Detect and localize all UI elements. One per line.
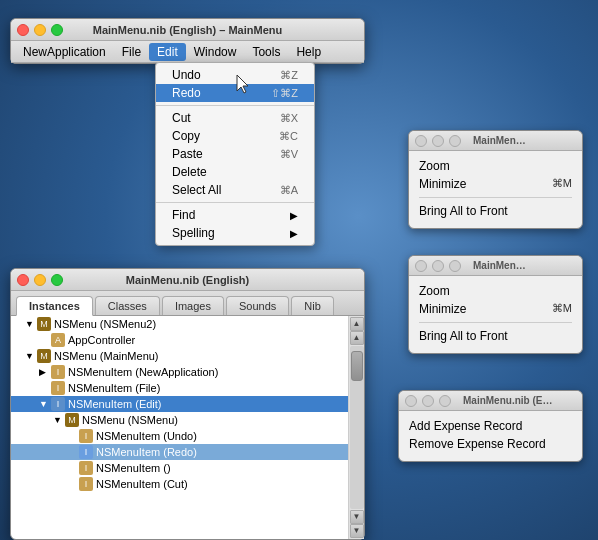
float-title-1: MainMen… (473, 135, 526, 146)
float-sep-2 (419, 322, 572, 323)
panel-content: ▼ M NSMenu (NSMenu2) A AppController ▼ M… (11, 316, 364, 539)
separator-2 (156, 202, 314, 203)
main-window: MainMenu.nib (English) – MainMenu NewApp… (10, 18, 365, 64)
traffic-lights (17, 24, 63, 36)
tree-item-newapplication[interactable]: ▶ I NSMenuItem (NewApplication) (11, 364, 348, 380)
float-max-expense[interactable] (439, 395, 451, 407)
menu-edit[interactable]: Edit (149, 43, 186, 61)
float-menu-add-expense[interactable]: Add Expense Record (409, 417, 572, 435)
tree-item-empty[interactable]: I NSMenuItem () (11, 460, 348, 476)
float-traffic-1 (415, 135, 461, 147)
float-window-menu-1: MainMen… Zoom Minimize ⌘M Bring All to F… (408, 130, 583, 229)
float-title-expense: MainMenu.nib (E… (463, 395, 552, 406)
tree-item-appcontroller[interactable]: A AppController (11, 332, 348, 348)
main-window-title: MainMenu.nib (English) – MainMenu (93, 24, 282, 36)
tab-instances[interactable]: Instances (16, 296, 93, 316)
float-content-1: Zoom Minimize ⌘M Bring All to Front (409, 151, 582, 228)
close-button[interactable] (17, 24, 29, 36)
float-window-menu-2: MainMen… Zoom Minimize ⌘M Bring All to F… (408, 255, 583, 354)
menu-select-all[interactable]: Select All ⌘A (156, 181, 314, 199)
float-traffic-expense (405, 395, 451, 407)
float-title-bar-expense: MainMenu.nib (E… (399, 391, 582, 411)
float-menu-minimize-2[interactable]: Minimize ⌘M (419, 300, 572, 318)
scroll-down-btn-1[interactable]: ▼ (350, 510, 364, 524)
float-min-2[interactable] (432, 260, 444, 272)
float-menu-bring-front-2[interactable]: Bring All to Front (419, 327, 572, 345)
float-window-expense: MainMenu.nib (E… Add Expense Record Remo… (398, 390, 583, 462)
menu-delete[interactable]: Delete (156, 163, 314, 181)
menu-bar: NewApplication File Edit Window Tools He… (11, 41, 364, 63)
float-close-1[interactable] (415, 135, 427, 147)
menu-cut[interactable]: Cut ⌘X (156, 109, 314, 127)
tab-sounds[interactable]: Sounds (226, 296, 289, 315)
tree-item-mainmenu[interactable]: ▼ M NSMenu (MainMenu) (11, 348, 348, 364)
instances-panel: MainMenu.nib (English) Instances Classes… (10, 268, 365, 540)
float-close-expense[interactable] (405, 395, 417, 407)
scroll-down-btn-2[interactable]: ▼ (350, 524, 364, 538)
tree-item-cut[interactable]: I NSMenuItem (Cut) (11, 476, 348, 492)
maximize-button[interactable] (51, 24, 63, 36)
instances-close-btn[interactable] (17, 274, 29, 286)
float-close-2[interactable] (415, 260, 427, 272)
float-menu-bring-front-1[interactable]: Bring All to Front (419, 202, 572, 220)
tree-view: ▼ M NSMenu (NSMenu2) A AppController ▼ M… (11, 316, 348, 539)
menu-help[interactable]: Help (288, 43, 329, 61)
minimize-button[interactable] (34, 24, 46, 36)
float-menu-zoom-1[interactable]: Zoom (419, 157, 572, 175)
tree-item-file[interactable]: I NSMenuItem (File) (11, 380, 348, 396)
float-sep-1 (419, 197, 572, 198)
tree-item-redo[interactable]: I NSMenuItem (Redo) (11, 444, 348, 460)
menu-new-application[interactable]: NewApplication (15, 43, 114, 61)
tree-item-nsmenu2[interactable]: ▼ M NSMenu (NSMenu2) (11, 316, 348, 332)
instances-min-btn[interactable] (34, 274, 46, 286)
menu-window[interactable]: Window (186, 43, 245, 61)
separator-1 (156, 105, 314, 106)
scroll-thumb[interactable] (351, 351, 363, 381)
tree-item-nsmenu-sub[interactable]: ▼ M NSMenu (NSMenu) (11, 412, 348, 428)
float-min-1[interactable] (432, 135, 444, 147)
scroll-up-btn-1[interactable]: ▲ (350, 317, 364, 331)
menu-spelling[interactable]: Spelling ▶ (156, 224, 314, 242)
tree-item-undo[interactable]: I NSMenuItem (Undo) (11, 428, 348, 444)
tab-nib[interactable]: Nib (291, 296, 334, 315)
float-max-2[interactable] (449, 260, 461, 272)
scroll-track[interactable] (350, 346, 364, 509)
instances-max-btn[interactable] (51, 274, 63, 286)
float-menu-remove-expense[interactable]: Remove Expense Record (409, 435, 572, 453)
menu-paste[interactable]: Paste ⌘V (156, 145, 314, 163)
tree-item-edit[interactable]: ▼ I NSMenuItem (Edit) (11, 396, 348, 412)
float-title-bar-1: MainMen… (409, 131, 582, 151)
main-title-bar: MainMenu.nib (English) – MainMenu (11, 19, 364, 41)
float-content-2: Zoom Minimize ⌘M Bring All to Front (409, 276, 582, 353)
menu-file[interactable]: File (114, 43, 149, 61)
float-content-expense: Add Expense Record Remove Expense Record (399, 411, 582, 461)
scroll-up-btn-2[interactable]: ▲ (350, 331, 364, 345)
menu-copy[interactable]: Copy ⌘C (156, 127, 314, 145)
float-max-1[interactable] (449, 135, 461, 147)
tab-bar: Instances Classes Images Sounds Nib (11, 291, 364, 316)
instances-title-bar: MainMenu.nib (English) (11, 269, 364, 291)
scroll-up-buttons[interactable]: ▲ ▲ (350, 317, 364, 345)
tab-classes[interactable]: Classes (95, 296, 160, 315)
float-title-2: MainMen… (473, 260, 526, 271)
float-traffic-2 (415, 260, 461, 272)
float-title-bar-2: MainMen… (409, 256, 582, 276)
side-scrollbar[interactable]: ▲ ▲ ▼ ▼ (348, 316, 364, 539)
tab-images[interactable]: Images (162, 296, 224, 315)
menu-find[interactable]: Find ▶ (156, 206, 314, 224)
float-menu-minimize-1[interactable]: Minimize ⌘M (419, 175, 572, 193)
scroll-down-buttons[interactable]: ▼ ▼ (350, 510, 364, 538)
float-menu-zoom-2[interactable]: Zoom (419, 282, 572, 300)
instances-traffic-lights (17, 274, 63, 286)
menu-tools[interactable]: Tools (244, 43, 288, 61)
float-min-expense[interactable] (422, 395, 434, 407)
instances-window-title: MainMenu.nib (English) (126, 274, 249, 286)
